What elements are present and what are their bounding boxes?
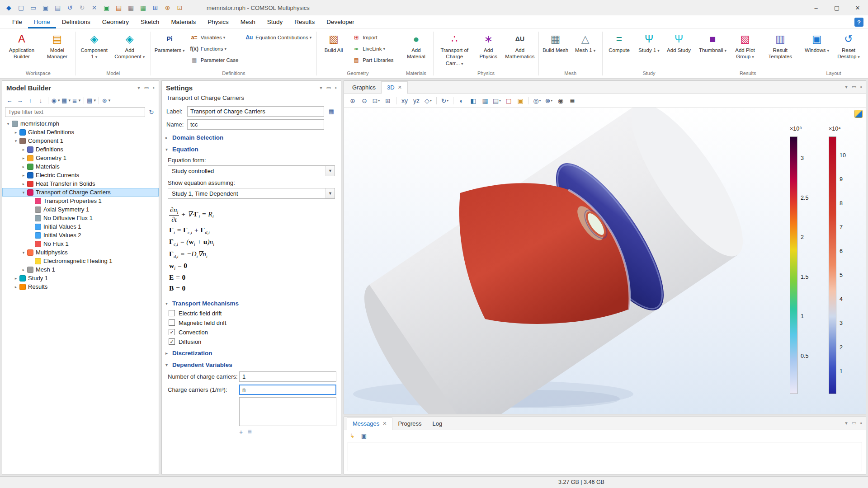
zoom-fit-icon[interactable]: ⊡ — [174, 2, 186, 14]
pin-panel-icon[interactable]: ▪ — [860, 84, 862, 90]
ribbon-import-button[interactable]: ⊞Import — [349, 32, 396, 43]
maximize-button[interactable]: ▢ — [826, 0, 847, 15]
equation-form-select[interactable]: Study controlled ▼ — [168, 165, 335, 176]
tree-expand-icon[interactable]: ▸ — [13, 276, 19, 281]
close-tab-icon[interactable]: ✕ — [382, 421, 387, 427]
ribbon-equation-contributions-button[interactable]: ΔuEquation Contributions▾ — [241, 32, 315, 43]
environment-icon[interactable]: ◧ — [468, 96, 478, 106]
ribbon-component-1-button[interactable]: ◈Component 1▾ — [78, 30, 111, 70]
filter-input[interactable] — [5, 107, 145, 117]
ribbon-reset-desktop-button[interactable]: ↺Reset Desktop▾ — [832, 30, 865, 70]
tree-item-results[interactable]: ▸Results — [2, 282, 159, 291]
zoom-in-icon[interactable]: ⊕ — [348, 96, 358, 106]
ribbon-variables-button[interactable]: a=Variables▾ — [187, 32, 242, 43]
paste-icon[interactable]: ▤ — [113, 2, 125, 14]
ribbon-add-physics-button[interactable]: ∗Add Physics — [473, 30, 503, 70]
copy-text-icon[interactable]: ▣ — [359, 431, 368, 440]
name-input[interactable] — [187, 119, 324, 130]
pin-panel-icon[interactable]: ▪ — [335, 85, 337, 91]
tree-item-global-definitions[interactable]: ▸Global Definitions — [2, 128, 159, 136]
image-snapshot-icon[interactable]: ◉ — [556, 96, 566, 106]
ribbon-windows-button[interactable]: ▣Windows▾ — [802, 30, 832, 70]
select-box-icon[interactable]: ▢ — [504, 96, 514, 106]
ribbon-tab-developer[interactable]: Developer — [321, 15, 360, 28]
ribbon-add-plot-group-button[interactable]: ▧Add Plot Group▾ — [727, 30, 762, 70]
ribbon-tab-file[interactable]: File — [6, 15, 28, 28]
go-to-xy-view-icon[interactable]: xy — [400, 96, 410, 106]
ribbon-livelink-button[interactable]: ∞LiveLink▾ — [349, 43, 396, 54]
ribbon-add-mathematics-button[interactable]: ΔUAdd Mathematics — [503, 30, 536, 70]
section-discretization[interactable]: ▸ Discretization — [162, 347, 341, 358]
show-equation-select[interactable]: Study 1, Time Dependent ▼ — [168, 188, 335, 199]
delete-icon[interactable]: ▦ — [125, 2, 137, 14]
minimize-button[interactable]: – — [806, 0, 826, 15]
lock-axis-icon[interactable]: ▣ — [515, 96, 525, 106]
ribbon-tab-physics[interactable]: Physics — [202, 15, 235, 28]
tree-item-transport-of-charge-carriers[interactable]: ▾Transport of Charge Carriers — [2, 188, 159, 197]
zoom-box-icon[interactable]: ⊞ — [383, 96, 393, 106]
ribbon-tab-home[interactable]: Home — [28, 15, 56, 28]
float-panel-icon[interactable]: ▭ — [144, 85, 149, 91]
open-file-icon[interactable]: ▭ — [27, 2, 39, 14]
list-menu-button[interactable]: ≣ — [247, 428, 252, 436]
ribbon-mesh-1-button[interactable]: △Mesh 1▾ — [571, 30, 600, 70]
tree-item-mesh-1[interactable]: ▸Mesh 1 — [2, 265, 159, 274]
tree-collapse-icon[interactable]: ▾ — [20, 190, 27, 195]
checkbox-unchecked[interactable] — [169, 310, 175, 316]
collapse-tree-icon[interactable]: ▦▾ — [61, 96, 71, 105]
color-theme-icon[interactable]: ◎▾ — [532, 96, 542, 106]
tree-item-memristor-mph[interactable]: ▾memristor.mph — [2, 119, 159, 128]
grid-icon[interactable]: ⊞ — [149, 2, 161, 14]
ribbon-compute-button[interactable]: =Compute — [604, 30, 634, 70]
plot-corner-icon[interactable] — [855, 110, 862, 117]
checkbox-unchecked[interactable] — [169, 319, 175, 326]
num-carriers-input[interactable] — [239, 371, 336, 382]
rename-icon[interactable]: ▦ — [326, 107, 336, 117]
carriers-input[interactable] — [239, 385, 336, 395]
table-icon[interactable]: ▦ — [137, 2, 149, 14]
ribbon-transport-of-charge-carr-button[interactable]: ∴Transport of Charge Carr...▾ — [435, 30, 473, 70]
tree-collapse-icon[interactable]: ▾ — [20, 250, 27, 255]
expand-tree-icon[interactable]: ≣▾ — [72, 96, 81, 105]
tree-expand-icon[interactable]: ▸ — [20, 173, 27, 178]
ribbon-tab-definitions[interactable]: Definitions — [56, 15, 96, 28]
ribbon-application-builder-button[interactable]: AApplication Builder — [3, 30, 41, 70]
ribbon-part-libraries-button[interactable]: ▤Part Libraries — [349, 54, 396, 66]
save-icon[interactable]: ▣ — [39, 2, 52, 14]
tree-item-transport-properties-1[interactable]: Transport Properties 1 — [2, 197, 159, 205]
section-domain-selection[interactable]: ▸ Domain Selection — [162, 131, 341, 143]
ribbon-thumbnail-button[interactable]: ■Thumbnail▾ — [698, 30, 727, 70]
tree-item-component-1[interactable]: ▾Component 1 — [2, 136, 159, 145]
ribbon-tab-materials[interactable]: Materials — [165, 15, 202, 28]
section-dependent-variables[interactable]: ▾ Dependent Variables — [162, 358, 341, 370]
tree-item-geometry-1[interactable]: ▸Geometry 1 — [2, 154, 159, 162]
tab-log[interactable]: Log — [427, 418, 448, 430]
panel-menu-icon[interactable]: ▾ — [137, 85, 140, 91]
ribbon-study-1-button[interactable]: ΨStudy 1▾ — [634, 30, 664, 70]
tree-item-definitions[interactable]: ▸Definitions — [2, 145, 159, 154]
ribbon-model-manager-button[interactable]: ▤Model Manager — [41, 30, 74, 70]
pin-panel-icon[interactable]: ▪ — [153, 85, 155, 91]
tree-item-no-diffusive-flux-1[interactable]: No Diffusive Flux 1 — [2, 214, 159, 222]
tree-expand-icon[interactable]: ▸ — [20, 164, 27, 169]
tree-expand-icon[interactable]: ▸ — [20, 182, 27, 186]
float-panel-icon[interactable]: ▭ — [326, 85, 331, 91]
table-view-icon[interactable]: ▦ — [480, 96, 490, 106]
tree-expand-icon[interactable]: ▸ — [13, 285, 19, 289]
ribbon-functions-button[interactable]: f(x)Functions▾ — [187, 43, 242, 54]
label-input[interactable] — [187, 106, 324, 117]
comsol-logo-icon[interactable]: ◆ — [3, 2, 15, 14]
scene-light-icon[interactable]: ◐ — [457, 96, 467, 106]
new-file-icon[interactable]: ▢ — [15, 2, 27, 14]
zoom-in-icon[interactable]: ⊕ — [161, 2, 174, 14]
section-equation[interactable]: ▾ Equation — [162, 143, 341, 155]
tree-table-icon[interactable]: ▤▾ — [87, 96, 96, 105]
tree-item-initial-values-2[interactable]: Initial Values 2 — [2, 231, 159, 239]
checkbox-checked[interactable]: ✓ — [169, 329, 175, 335]
tree-item-electric-currents[interactable]: ▸Electric Currents — [2, 171, 159, 179]
panel-menu-icon[interactable]: ▾ — [845, 420, 848, 426]
print-plot-icon[interactable]: ≣ — [567, 96, 577, 106]
show-icon[interactable]: ◉▾ — [51, 96, 60, 105]
tree-item-electromagnetic-heating-1[interactable]: Electromagnetic Heating 1 — [2, 257, 159, 265]
tree-expand-icon[interactable]: ▸ — [20, 156, 27, 160]
